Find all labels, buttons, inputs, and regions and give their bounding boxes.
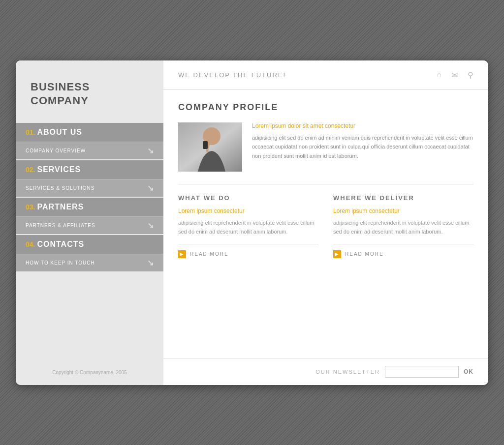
nav-number-2: 02. [26, 166, 35, 174]
where-we-deliver-divider [333, 244, 473, 244]
newsletter-label: OUR NEWSLETTER [315, 369, 380, 375]
read-more-arrow-2: ▶ [333, 250, 341, 258]
profile-section: Lorem ipsum dolor sit amet consectetur a… [178, 122, 473, 172]
what-we-do-highlight: Lorem ipsum consectetur [178, 208, 318, 214]
person-svg [178, 122, 242, 172]
nav-sub-services[interactable]: SERVICES & SOLUTIONS ↘ [16, 179, 163, 197]
profile-image-placeholder [178, 122, 242, 172]
nav-label-contacts: CONTACTS [37, 240, 84, 249]
profile-body-text: adipisicing elit sed do enim ad minim ve… [252, 133, 473, 161]
where-we-deliver-read-more[interactable]: ▶ READ MORE [333, 250, 384, 258]
sidebar-footer: Copyright © Companyname, 2005 [16, 360, 163, 385]
profile-highlight: Lorem ipsum dolor sit amet consectetur [252, 122, 473, 129]
arrow-icon-about: ↘ [147, 146, 154, 155]
company-name: BUSINESS COMPANY [31, 80, 149, 108]
nav-number-4: 04. [26, 240, 35, 248]
nav-sub-partners[interactable]: PARTNERS & AFFILIATES ↘ [16, 216, 163, 234]
search-icon[interactable]: ⚲ [468, 70, 473, 80]
what-we-do-divider [178, 244, 318, 244]
header-tagline: WE DEVELOP THE FUTURE! [178, 71, 286, 79]
main-footer: OUR NEWSLETTER OK [163, 358, 488, 385]
main-content: WE DEVELOP THE FUTURE! ⌂ ✉ ⚲ COMPANY PRO… [163, 60, 488, 385]
arrow-icon-partners: ↘ [147, 221, 154, 230]
nav-sub-label-services: SERVICES & SOLUTIONS [26, 185, 94, 191]
nav-section-partners[interactable]: 03. PARTNERS PARTNERS & AFFILIATES ↘ [16, 198, 163, 234]
what-we-do-col: WHAT WE DO Lorem ipsum consectetur adipi… [178, 194, 318, 258]
nav-section-about[interactable]: 01. ABOUT US COMPANY OVERVIEW ↘ [16, 123, 163, 159]
home-icon[interactable]: ⌂ [437, 70, 441, 79]
nav-label-about: ABOUT US [37, 128, 82, 137]
what-we-do-title: WHAT WE DO [178, 194, 318, 202]
nav-sub-label-contacts: HOW TO KEEP IN TOUCH [26, 260, 95, 266]
newsletter-input[interactable] [385, 366, 459, 378]
arrow-icon-contacts: ↘ [147, 258, 154, 267]
browser-window: BUSINESS COMPANY 01. ABOUT US COMPANY OV… [16, 60, 488, 385]
header-icons: ⌂ ✉ ⚲ [437, 70, 473, 80]
main-body: COMPANY PROFILE [163, 90, 488, 358]
nav-number-3: 03. [26, 203, 35, 211]
read-more-label-1: READ MORE [190, 251, 229, 257]
read-more-label-2: READ MORE [345, 251, 384, 257]
nav-section-contacts[interactable]: 04. CONTACTS HOW TO KEEP IN TOUCH ↘ [16, 235, 163, 271]
where-we-deliver-col: WHERE WE DELIVER Lorem ipsum consectetur… [333, 194, 473, 258]
profile-image [178, 122, 242, 172]
nav-sub-label-about: COMPANY OVERVIEW [26, 148, 86, 153]
nav-label-partners: PARTNERS [37, 203, 84, 211]
section-divider [178, 184, 473, 184]
newsletter-ok-button[interactable]: OK [464, 368, 473, 375]
sidebar-logo: BUSINESS COMPANY [16, 60, 163, 123]
mail-icon[interactable]: ✉ [451, 70, 458, 80]
two-col-section: WHAT WE DO Lorem ipsum consectetur adipi… [178, 194, 473, 258]
nav-label-services: SERVICES [37, 165, 81, 174]
nav-section-services[interactable]: 02. SERVICES SERVICES & SOLUTIONS ↘ [16, 160, 163, 197]
main-header: WE DEVELOP THE FUTURE! ⌂ ✉ ⚲ [163, 60, 488, 90]
arrow-icon-services: ↘ [147, 183, 154, 193]
svg-rect-2 [203, 141, 208, 149]
profile-section-title: COMPANY PROFILE [178, 102, 473, 113]
profile-text: Lorem ipsum dolor sit amet consectetur a… [252, 122, 473, 172]
nav-sub-contacts[interactable]: HOW TO KEEP IN TOUCH ↘ [16, 254, 163, 271]
sidebar: BUSINESS COMPANY 01. ABOUT US COMPANY OV… [16, 60, 163, 385]
nav-sub-about[interactable]: COMPANY OVERVIEW ↘ [16, 142, 163, 159]
where-we-deliver-title: WHERE WE DELIVER [333, 194, 473, 202]
where-we-deliver-highlight: Lorem ipsum consectetur [333, 208, 473, 214]
nav-sub-label-partners: PARTNERS & AFFILIATES [26, 223, 95, 228]
what-we-do-read-more[interactable]: ▶ READ MORE [178, 250, 229, 258]
where-we-deliver-text: adipisicing elit reprehenderit in volupt… [333, 218, 473, 237]
read-more-arrow-1: ▶ [178, 250, 186, 258]
nav-number-1: 01. [26, 128, 35, 136]
what-we-do-text: adipisicing elit reprehenderit in volupt… [178, 218, 318, 237]
